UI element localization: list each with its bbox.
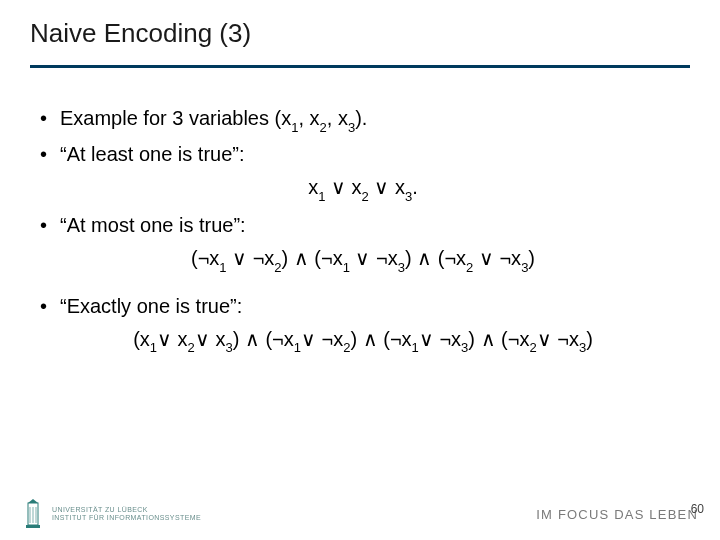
subscript: 1 [150, 340, 157, 355]
bullet-list: “Exactly one is true”: [36, 292, 690, 321]
text: ) ∧ (¬x [282, 247, 343, 269]
text: ) ∧ (¬x [233, 328, 294, 350]
text: ). [355, 107, 367, 129]
bullet-3: “At most one is true”: [36, 211, 690, 240]
text: ∨ ¬x [227, 247, 275, 269]
subscript: 3 [521, 260, 528, 275]
subscript: 1 [318, 189, 325, 204]
footer: UNIVERSITÄT ZU LÜBECK INSTITUT FÜR INFOR… [0, 494, 720, 540]
subscript: 3 [579, 340, 586, 355]
subscript: 1 [412, 340, 419, 355]
tagline: IM FOCUS DAS LEBEN [536, 507, 698, 522]
text: (x [133, 328, 150, 350]
university-text: UNIVERSITÄT ZU LÜBECK INSTITUT FÜR INFOR… [52, 506, 201, 521]
subscript: 3 [461, 340, 468, 355]
slide-content: Example for 3 variables (x1, x2, x3). “A… [30, 104, 690, 356]
formula-at-least-one: x1 ∨ x2 ∨ x3. [36, 173, 690, 205]
uni-line1: UNIVERSITÄT ZU LÜBECK [52, 506, 201, 514]
text: ∨ ¬x [301, 328, 343, 350]
slide-title: Naive Encoding (3) [30, 18, 690, 59]
formula-exactly-one: (x1∨ x2∨ x3) ∧ (¬x1∨ ¬x2) ∧ (¬x1∨ ¬x3) ∧… [36, 325, 690, 357]
subscript: 2 [343, 340, 350, 355]
svg-rect-1 [26, 525, 40, 528]
text: ) [586, 328, 593, 350]
text: , x [327, 107, 348, 129]
subscript: 1 [294, 340, 301, 355]
text: . [412, 176, 418, 198]
page-number: 60 [691, 502, 704, 516]
subscript: 2 [466, 260, 473, 275]
text: “At most one is true”: [60, 214, 246, 236]
text: Example for 3 variables (x [60, 107, 291, 129]
subscript: 2 [362, 189, 369, 204]
bullet-list: Example for 3 variables (x1, x2, x3). “A… [36, 104, 690, 169]
subscript: 2 [274, 260, 281, 275]
tower-icon [22, 499, 44, 529]
text: x [308, 176, 318, 198]
text: ∨ ¬x [473, 247, 521, 269]
text: ) ∧ (¬x [350, 328, 411, 350]
formula-at-most-one: (¬x1 ∨ ¬x2) ∧ (¬x1 ∨ ¬x3) ∧ (¬x2 ∨ ¬x3) [36, 244, 690, 276]
text: ∨ ¬x [537, 328, 579, 350]
subscript: 3 [398, 260, 405, 275]
text: “At least one is true”: [60, 143, 245, 165]
uni-line2: INSTITUT FÜR INFORMATIONSSYSTEME [52, 514, 201, 522]
subscript: 2 [529, 340, 536, 355]
text: ∨ x [325, 176, 361, 198]
text: ∨ ¬x [419, 328, 461, 350]
title-rule [30, 65, 690, 68]
subscript: 1 [343, 260, 350, 275]
bullet-4: “Exactly one is true”: [36, 292, 690, 321]
bullet-2: “At least one is true”: [36, 140, 690, 169]
bullet-1: Example for 3 variables (x1, x2, x3). [36, 104, 690, 136]
text: ∨ x [195, 328, 226, 350]
subscript: 3 [405, 189, 412, 204]
subscript: 1 [291, 120, 298, 135]
text: ∨ ¬x [350, 247, 398, 269]
subscript: 3 [225, 340, 232, 355]
text: ) [528, 247, 535, 269]
text: ∨ x [157, 328, 188, 350]
subscript: 1 [219, 260, 226, 275]
subscript: 3 [348, 120, 355, 135]
subscript: 2 [320, 120, 327, 135]
text: ∨ x [369, 176, 405, 198]
university-logo: UNIVERSITÄT ZU LÜBECK INSTITUT FÜR INFOR… [22, 499, 201, 529]
text: (¬x [191, 247, 219, 269]
bullet-list: “At most one is true”: [36, 211, 690, 240]
text: “Exactly one is true”: [60, 295, 242, 317]
text: ) ∧ (¬x [468, 328, 529, 350]
text: , x [298, 107, 319, 129]
subscript: 2 [188, 340, 195, 355]
slide: Naive Encoding (3) Example for 3 variabl… [0, 0, 720, 540]
text: ) ∧ (¬x [405, 247, 466, 269]
